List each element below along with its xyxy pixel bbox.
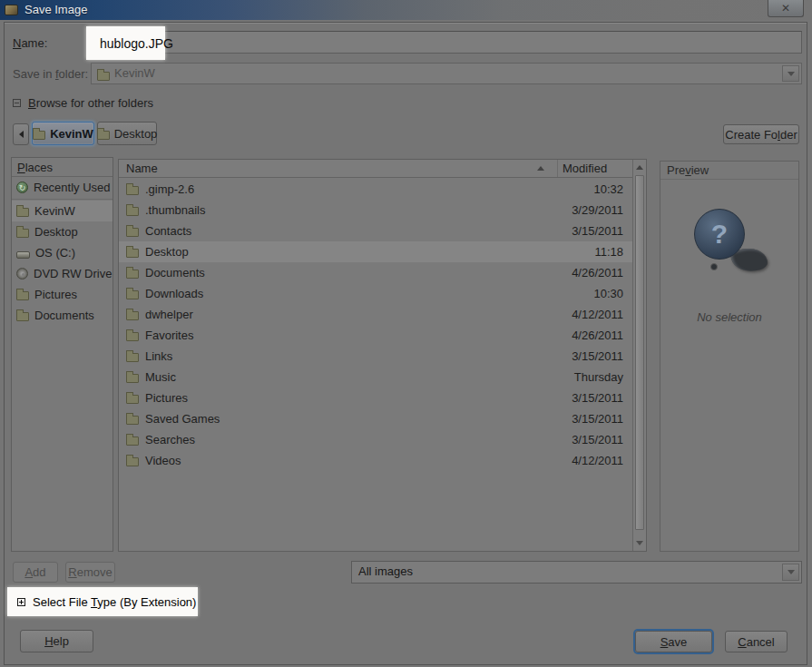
folder-icon — [97, 131, 110, 140]
folder-icon — [126, 270, 139, 279]
places-panel: Places Recently UsedKevinWDesktopOS (C:)… — [11, 157, 113, 552]
filename-highlight[interactable]: hublogo.JPG — [86, 26, 165, 60]
close-icon: ✕ — [781, 2, 790, 15]
places-header[interactable]: Places — [12, 158, 113, 177]
path-button-desktop[interactable]: Desktop — [97, 122, 157, 145]
file-list-header: Name Modified — [119, 160, 632, 178]
places-item-label: Documents — [34, 309, 94, 322]
file-name: Favorites — [145, 329, 193, 342]
arrow-up-icon — [636, 165, 643, 170]
file-type-filter-combo[interactable]: All images — [351, 561, 802, 584]
file-modified: 11:18 — [560, 245, 632, 259]
drive-icon — [16, 251, 30, 259]
places-item-label: KevinW — [34, 204, 75, 218]
file-row-dwhelper[interactable]: dwhelper4/12/2011 — [119, 304, 632, 325]
file-modified: 3/15/2011 — [560, 391, 632, 405]
help-label: Help — [44, 634, 69, 648]
preview-panel: Preview ? No selection — [660, 161, 799, 552]
places-item-dvd-rw-drive[interactable]: DVD RW Drive... — [12, 263, 113, 284]
file-row-videos[interactable]: Videos4/12/2011 — [119, 450, 632, 471]
file-row-desktop[interactable]: Desktop11:18 — [119, 241, 632, 262]
folder-icon — [126, 353, 139, 362]
folder-icon — [97, 72, 110, 81]
places-item-label: Pictures — [34, 288, 77, 301]
filename-input[interactable] — [91, 31, 802, 54]
folder-icon — [16, 291, 29, 300]
folder-icon — [126, 436, 139, 446]
file-row-thumbnails[interactable]: .thumbnails3/29/2011 — [119, 200, 632, 221]
create-folder-button[interactable]: Create Folder — [723, 124, 799, 144]
save-in-folder-combo[interactable]: KevinW — [91, 63, 802, 84]
file-row-downloads[interactable]: Downloads10:30 — [119, 283, 632, 304]
arrow-left-icon — [19, 131, 24, 138]
folder-icon — [33, 131, 45, 140]
places-item-os-c[interactable]: OS (C:) — [12, 242, 113, 263]
scroll-up-button[interactable] — [633, 162, 646, 173]
file-row-documents[interactable]: Documents4/26/2011 — [119, 262, 632, 283]
places-list: Recently UsedKevinWDesktopOS (C:)DVD RW … — [12, 177, 113, 326]
file-row-gimp-2-6[interactable]: .gimp-2.610:32 — [119, 179, 632, 200]
folder-icon — [126, 332, 139, 341]
folder-combo-dropdown-button[interactable] — [782, 65, 799, 82]
save-label: Save — [660, 635, 688, 649]
file-name: Links — [145, 349, 172, 363]
file-row-music[interactable]: MusicThursday — [119, 367, 632, 387]
path-back-button[interactable] — [13, 123, 29, 145]
column-header-name[interactable]: Name — [119, 160, 557, 177]
file-row-saved-games[interactable]: Saved Games3/15/2011 — [119, 408, 632, 429]
filter-dropdown-button[interactable] — [782, 564, 799, 581]
folder-icon — [126, 290, 139, 299]
vertical-scrollbar[interactable] — [632, 160, 646, 551]
file-row-favorites[interactable]: Favorites4/26/2011 — [119, 325, 632, 346]
file-modified: 4/26/2011 — [560, 266, 632, 280]
no-preview-icon: ? — [690, 209, 768, 278]
arrow-down-icon — [636, 541, 643, 545]
places-item-desktop[interactable]: Desktop — [12, 221, 113, 242]
remove-button[interactable]: Remove — [65, 562, 115, 583]
cancel-button[interactable]: Cancel — [725, 631, 788, 652]
chevron-down-icon — [788, 570, 795, 574]
folder-icon — [126, 395, 139, 404]
save-in-folder-label: Save in folder: — [13, 67, 88, 81]
collapse-icon — [13, 99, 21, 107]
places-item-kevinw[interactable]: KevinW — [12, 201, 113, 221]
save-image-dialog: Save Image ✕ Name: hublogo.JPG Save in f… — [0, 0, 812, 667]
file-name: Contacts — [145, 224, 191, 238]
folder-icon — [126, 207, 139, 216]
places-item-recently-used[interactable]: Recently Used — [12, 177, 113, 198]
folder-icon — [126, 416, 139, 425]
add-button[interactable]: Add — [13, 562, 58, 583]
window-title: Save Image — [24, 3, 87, 16]
path-button-kevinw[interactable]: KevinW — [32, 122, 94, 145]
folder-icon — [16, 229, 29, 238]
file-modified: 4/26/2011 — [560, 329, 632, 342]
file-modified: 10:30 — [560, 287, 632, 300]
file-name: Saved Games — [145, 412, 220, 426]
no-selection-text: No selection — [660, 310, 798, 324]
column-header-modified[interactable]: Modified — [557, 160, 632, 177]
select-file-type-expander[interactable]: Select File Type (By Extension) — [7, 587, 198, 616]
file-modified: 3/15/2011 — [560, 412, 632, 426]
path-button-label: KevinW — [50, 127, 93, 141]
save-button[interactable]: Save — [635, 631, 712, 652]
add-label: Add — [24, 565, 45, 579]
browse-folders-expander[interactable]: Browse for other folders — [13, 96, 153, 110]
scrollbar-thumb[interactable] — [635, 175, 644, 530]
places-item-pictures[interactable]: Pictures — [12, 284, 113, 305]
file-row-pictures[interactable]: Pictures3/15/2011 — [119, 387, 632, 408]
file-modified: Thursday — [560, 370, 632, 384]
preview-header: Preview — [660, 162, 798, 180]
file-name: Documents — [145, 266, 205, 280]
column-modified-label: Modified — [563, 162, 607, 175]
file-row-links[interactable]: Links3/15/2011 — [119, 346, 632, 367]
file-row-searches[interactable]: Searches3/15/2011 — [119, 429, 632, 450]
close-button[interactable]: ✕ — [768, 0, 804, 17]
file-row-contacts[interactable]: Contacts3/15/2011 — [119, 221, 632, 241]
places-separator — [12, 199, 113, 200]
help-button[interactable]: Help — [20, 630, 93, 652]
places-item-documents[interactable]: Documents — [12, 305, 113, 326]
file-modified: 4/12/2011 — [560, 454, 632, 467]
disc-icon — [16, 268, 28, 280]
scroll-down-button[interactable] — [633, 537, 646, 549]
title-bar[interactable]: Save Image ✕ — [0, 0, 812, 20]
